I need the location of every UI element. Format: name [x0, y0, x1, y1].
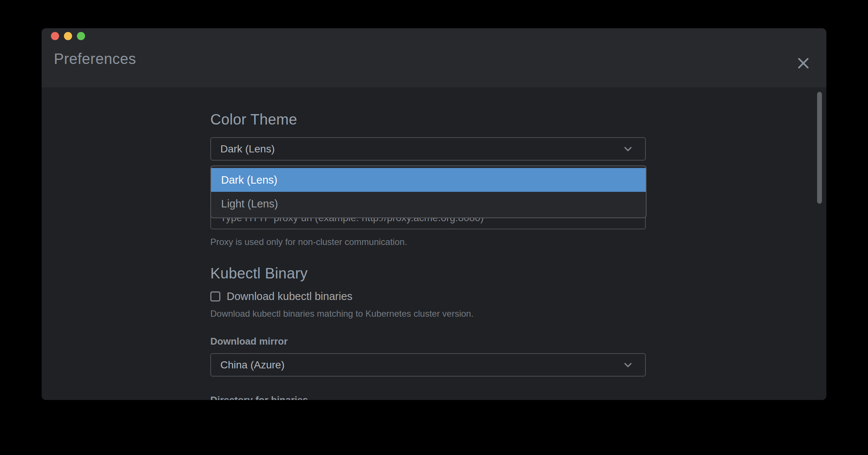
download-kubectl-checkbox-label: Download kubectl binaries	[227, 290, 353, 303]
page-title: Preferences	[54, 51, 136, 67]
download-mirror-select[interactable]: China (Azure)	[210, 353, 646, 377]
traffic-light-zoom-icon[interactable]	[77, 32, 85, 40]
kubectl-hint-text: Download kubectl binaries matching to Ku…	[210, 309, 473, 319]
color-theme-select[interactable]: Dark (Lens)	[210, 137, 646, 161]
traffic-lights	[51, 32, 85, 40]
desktop: { "window": { "title": "Preferences" }, …	[0, 0, 868, 455]
scrollbar-thumb[interactable]	[817, 92, 822, 204]
color-theme-dropdown-menu: Dark (Lens) Light (Lens)	[210, 165, 647, 218]
titlebar: Preferences	[42, 28, 826, 87]
color-theme-heading: Color Theme	[210, 111, 297, 128]
download-mirror-label: Download mirror	[210, 336, 288, 347]
close-icon	[796, 56, 811, 71]
checkbox-unchecked-icon[interactable]	[210, 291, 220, 301]
traffic-light-minimize-icon[interactable]	[64, 32, 72, 40]
directory-for-binaries-label: Directory for binaries	[210, 394, 308, 400]
kubectl-binary-heading: Kubectl Binary	[210, 265, 308, 282]
dropdown-option-dark-lens[interactable]: Dark (Lens)	[211, 168, 646, 192]
proxy-hint-text: Proxy is used only for non-cluster commu…	[210, 237, 407, 247]
download-mirror-select-value: China (Azure)	[220, 359, 622, 371]
chevron-down-icon	[622, 359, 634, 371]
close-button[interactable]	[794, 54, 812, 72]
download-kubectl-checkbox-row[interactable]: Download kubectl binaries	[210, 290, 353, 303]
chevron-down-icon	[622, 143, 634, 155]
dropdown-option-light-lens[interactable]: Light (Lens)	[211, 192, 646, 216]
preferences-content: Color Theme Dark (Lens) Dark (Lens) Ligh…	[42, 87, 826, 400]
traffic-light-close-icon[interactable]	[51, 32, 59, 40]
preferences-window: Preferences Color Theme Dark (Lens) Dar	[42, 28, 826, 400]
color-theme-select-value: Dark (Lens)	[220, 143, 622, 155]
